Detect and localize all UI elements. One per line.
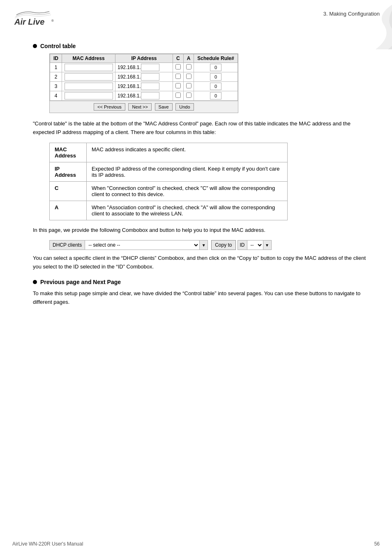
mac-cell [62, 82, 115, 91]
ip-cell: 192.168.1. [115, 63, 173, 72]
a-checkbox-2[interactable] [186, 74, 191, 79]
row-id: 2 [50, 72, 62, 82]
schedule-input-2[interactable] [210, 73, 221, 81]
ip-prefix-2: 192.168.1. [118, 74, 141, 80]
mac-input-4[interactable] [65, 92, 113, 99]
mac-input-1[interactable] [65, 64, 113, 71]
footer-left: AirLive WN-220R User's Manual [12, 541, 83, 547]
info-row: MACAddress MAC address indicates a speci… [50, 143, 288, 162]
schedule-cell-4 [194, 91, 238, 101]
svg-text:Air Live: Air Live [14, 17, 44, 26]
undo-button[interactable]: Undo [175, 103, 194, 111]
bullet-icon [33, 44, 37, 48]
info-value-3: When "Association control" is checked, c… [87, 201, 288, 220]
bullet-icon-2 [33, 280, 37, 284]
info-row: IP Address Expected IP address of the co… [50, 162, 288, 181]
ip-input-3[interactable] [141, 83, 159, 90]
info-label-3: A [50, 201, 87, 220]
row-id: 1 [50, 63, 62, 72]
info-row: C When "Connection control" is checked, … [50, 181, 288, 201]
a-cell-1 [183, 63, 194, 72]
mac-input-3[interactable] [65, 83, 113, 90]
section-prevnext-title: Previous page and Next Page [33, 279, 367, 285]
c-cell-3 [173, 82, 184, 91]
ip-input-1[interactable] [141, 64, 159, 71]
next-button[interactable]: Next >> [128, 103, 152, 111]
dhcp-description: In this page, we provide the following C… [33, 226, 367, 235]
id-dropdown-arrow-icon[interactable]: ▼ [263, 240, 272, 250]
mac-cell [62, 63, 115, 72]
info-value-2: When "Connection control" is checked, ch… [87, 181, 288, 201]
schedule-input-3[interactable] [210, 83, 221, 90]
a-checkbox-3[interactable] [186, 83, 191, 88]
ip-prefix-3: 192.168.1. [118, 83, 141, 89]
dhcp-clients-select[interactable]: -- select one -- [85, 240, 200, 250]
col-c: C [173, 54, 184, 63]
control-table-wrapper: ID MAC Address IP Address C A Schedule R… [49, 53, 238, 113]
ip-cell: 192.168.1. [115, 72, 173, 82]
col-schedule: Schedule Rule# [194, 54, 238, 63]
prevnext-description: To make this setup page simple and clear… [33, 289, 367, 307]
info-value-0: MAC address indicates a specific client. [87, 143, 288, 162]
c-checkbox-4[interactable] [175, 92, 181, 98]
id-select[interactable]: -- 1 2 3 4 [247, 240, 263, 250]
copy-description: You can select a specific client in the … [33, 254, 367, 271]
info-label-0: MACAddress [50, 143, 87, 162]
ip-prefix-1: 192.168.1. [118, 65, 141, 70]
copy-to-button[interactable]: Copy to [211, 240, 235, 250]
dhcp-clients-label: DHCP clients [49, 240, 85, 250]
prev-button[interactable]: << Previous [94, 103, 125, 111]
section-control-table-title: Control table [33, 43, 367, 49]
schedule-cell-3 [194, 82, 238, 91]
c-checkbox-3[interactable] [175, 83, 181, 88]
c-checkbox-1[interactable] [175, 64, 181, 69]
chapter-title: 3. Making Configuration [323, 11, 380, 17]
footer-page-number: 56 [374, 541, 380, 547]
schedule-cell-2 [194, 72, 238, 82]
table-row: 2 192.168.1. [50, 72, 238, 82]
col-a: A [183, 54, 194, 63]
c-cell-4 [173, 91, 184, 101]
ip-prefix-4: 192.168.1. [118, 93, 141, 99]
mac-cell [62, 91, 115, 101]
c-checkbox-2[interactable] [175, 74, 181, 79]
table-buttons: << Previous Next >> Save Undo [50, 101, 238, 113]
col-mac: MAC Address [62, 54, 115, 63]
dhcp-row: DHCP clients -- select one -- ▼ Copy to … [49, 240, 367, 250]
control-table: ID MAC Address IP Address C A Schedule R… [50, 54, 238, 101]
page-header: Air Live ® 3. Making Configuration [0, 0, 392, 31]
table-row: 3 192.168.1. [50, 82, 238, 91]
a-checkbox-4[interactable] [186, 92, 191, 98]
info-label-1: IP Address [50, 162, 87, 181]
row-id: 4 [50, 91, 62, 101]
table-row: 4 192.168.1. [50, 91, 238, 101]
table-row: 1 192.168.1. [50, 63, 238, 72]
id-label: ID [238, 240, 247, 250]
ip-cell: 192.168.1. [115, 91, 173, 101]
schedule-input-4[interactable] [210, 92, 221, 99]
mac-cell [62, 72, 115, 82]
page-footer: AirLive WN-220R User's Manual 56 [0, 541, 392, 547]
info-row: A When "Association control" is checked,… [50, 201, 288, 220]
ip-input-2[interactable] [141, 73, 159, 81]
a-cell-3 [183, 82, 194, 91]
description-text: "Control table" is the table at the bott… [33, 120, 367, 137]
c-cell-2 [173, 72, 184, 82]
info-value-1: Expected IP address of the corresponding… [87, 162, 288, 181]
schedule-input-1[interactable] [210, 64, 221, 71]
dhcp-dropdown-arrow-icon[interactable]: ▼ [200, 240, 208, 250]
ip-cell: 192.168.1. [115, 82, 173, 91]
logo: Air Live ® [12, 7, 62, 31]
col-ip: IP Address [115, 54, 173, 63]
a-checkbox-1[interactable] [186, 64, 191, 69]
content-area: Control table ID MAC Address IP Address … [0, 31, 392, 325]
ip-input-4[interactable] [141, 92, 159, 99]
a-cell-4 [183, 91, 194, 101]
info-table: MACAddress MAC address indicates a speci… [49, 143, 288, 220]
svg-text:®: ® [51, 19, 54, 23]
a-cell-2 [183, 72, 194, 82]
save-button[interactable]: Save [155, 103, 173, 111]
mac-input-2[interactable] [65, 73, 113, 81]
info-label-2: C [50, 181, 87, 201]
c-cell-1 [173, 63, 184, 72]
